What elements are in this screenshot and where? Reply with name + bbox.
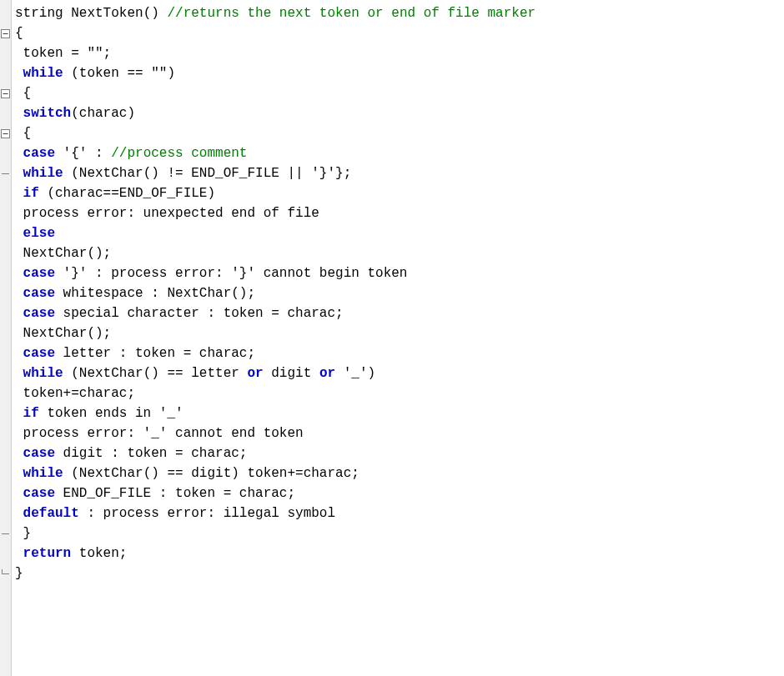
fold-toggle-icon[interactable] xyxy=(0,123,11,143)
code-line: { xyxy=(15,123,784,143)
keyword-token: switch xyxy=(23,106,72,121)
gutter-mark-icon xyxy=(0,403,11,423)
keyword-token: return xyxy=(23,546,72,561)
code-line: process error: '_' cannot end token xyxy=(15,423,784,443)
gutter-mark-icon xyxy=(0,103,11,123)
gutter-mark-icon xyxy=(0,443,11,463)
code-line: token+=charac; xyxy=(15,383,784,403)
keyword-token: case xyxy=(23,146,55,161)
gutter-mark-icon xyxy=(0,43,11,63)
code-line: process error: unexpected end of file xyxy=(15,203,784,223)
text-token: whitespace : NextChar(); xyxy=(55,286,255,301)
text-token: '}' : process error: '}' cannot begin to… xyxy=(55,266,407,281)
code-line: string NextToken() //returns the next to… xyxy=(15,3,784,23)
code-line: else xyxy=(15,223,784,243)
keyword-token: if xyxy=(23,406,39,421)
keyword-token: case xyxy=(23,306,55,321)
gutter-mark-icon xyxy=(0,223,11,243)
gutter-mark-icon xyxy=(0,263,11,283)
text-token: } xyxy=(23,526,32,541)
text-token: (charac) xyxy=(71,106,135,121)
text-token: special character : token = charac; xyxy=(55,306,344,321)
text-token: (NextChar() == digit) token+=charac; xyxy=(63,466,359,481)
gutter-mark-icon xyxy=(0,343,11,363)
code-line: case letter : token = charac; xyxy=(15,343,784,363)
gutter-mark-icon xyxy=(0,483,11,503)
text-token: ; xyxy=(103,46,112,61)
comment-token: //returns the next token or end of file … xyxy=(167,6,535,21)
keyword-token: if xyxy=(23,186,39,201)
keyword-token: while xyxy=(23,366,63,381)
text-token: (token == xyxy=(63,66,152,81)
code-line: { xyxy=(15,83,784,103)
code-area: string NextToken() //returns the next to… xyxy=(12,0,784,676)
gutter-mark-icon xyxy=(0,143,11,163)
code-line: } xyxy=(15,563,784,583)
text-token: '{' : xyxy=(55,146,111,161)
keyword-token: else xyxy=(23,226,55,241)
text-token: NextChar(); xyxy=(23,326,112,341)
text-token: string NextToken() xyxy=(15,6,167,21)
gutter-mark-icon xyxy=(0,503,11,523)
code-line: while (NextChar() == letter or digit or … xyxy=(15,363,784,383)
gutter-mark-icon xyxy=(0,283,11,303)
text-token: '_') xyxy=(335,366,375,381)
text-token: token ends in '_' xyxy=(39,406,183,421)
keyword-token: case xyxy=(23,286,55,301)
code-line: NextChar(); xyxy=(15,323,784,343)
code-line: while (NextChar() != END_OF_FILE || '}'}… xyxy=(15,163,784,183)
fold-toggle-icon[interactable] xyxy=(0,83,11,103)
text-token: digit : token = charac; xyxy=(55,446,247,461)
text-token: NextChar(); xyxy=(23,246,112,261)
code-line: case whitespace : NextChar(); xyxy=(15,283,784,303)
text-token: letter : token = charac; xyxy=(55,346,255,361)
keyword-token: default xyxy=(23,506,79,521)
code-line: token = ""; xyxy=(15,43,784,63)
code-line: case special character : token = charac; xyxy=(15,303,784,323)
code-line: if (charac==END_OF_FILE) xyxy=(15,183,784,203)
text-token: } xyxy=(15,566,23,581)
code-line: case '}' : process error: '}' cannot beg… xyxy=(15,263,784,283)
text-token: token; xyxy=(71,546,127,561)
code-line: case END_OF_FILE : token = charac; xyxy=(15,483,784,503)
text-token: (NextChar() != END_OF_FILE || '}'}; xyxy=(63,166,352,181)
text-token: "" xyxy=(87,46,103,61)
gutter-mark-icon xyxy=(0,183,11,203)
keyword-token: case xyxy=(23,266,55,281)
code-line: NextChar(); xyxy=(15,243,784,263)
gutter-mark-icon xyxy=(0,463,11,483)
fold-toggle-icon[interactable] xyxy=(0,23,11,43)
gutter-mark-icon xyxy=(0,303,11,323)
gutter-mark-icon xyxy=(0,63,11,83)
code-line: if token ends in '_' xyxy=(15,403,784,423)
gutter-mark-icon xyxy=(0,523,11,543)
gutter-mark-icon xyxy=(0,163,11,183)
text-token: process error: unexpected end of file xyxy=(23,206,319,221)
code-line: return token; xyxy=(15,543,784,563)
keyword-token: while xyxy=(23,466,63,481)
code-line: { xyxy=(15,23,784,43)
text-token: END_OF_FILE : token = charac; xyxy=(55,486,295,501)
keyword-token: case xyxy=(23,446,55,461)
gutter-mark-icon xyxy=(0,323,11,343)
text-token: token = xyxy=(23,46,88,61)
keyword-token: while xyxy=(23,166,63,181)
comment-token: //process comment xyxy=(111,146,247,161)
code-line: while (NextChar() == digit) token+=chara… xyxy=(15,463,784,483)
gutter-mark-icon xyxy=(0,363,11,383)
gutter-mark-icon xyxy=(0,563,11,583)
code-editor: string NextToken() //returns the next to… xyxy=(0,0,784,676)
gutter-mark-icon xyxy=(0,543,11,563)
keyword-token: or xyxy=(319,366,335,381)
text-token: { xyxy=(15,26,23,41)
fold-gutter xyxy=(0,0,12,676)
code-line: case digit : token = charac; xyxy=(15,443,784,463)
text-token: token+=charac; xyxy=(23,386,135,401)
text-token: (charac==END_OF_FILE) xyxy=(39,186,215,201)
gutter-mark-icon xyxy=(0,3,11,23)
text-token: digit xyxy=(264,366,319,381)
code-line: switch(charac) xyxy=(15,103,784,123)
code-line: } xyxy=(15,523,784,543)
text-token: : process error: illegal symbol xyxy=(79,506,335,521)
keyword-token: case xyxy=(23,346,55,361)
